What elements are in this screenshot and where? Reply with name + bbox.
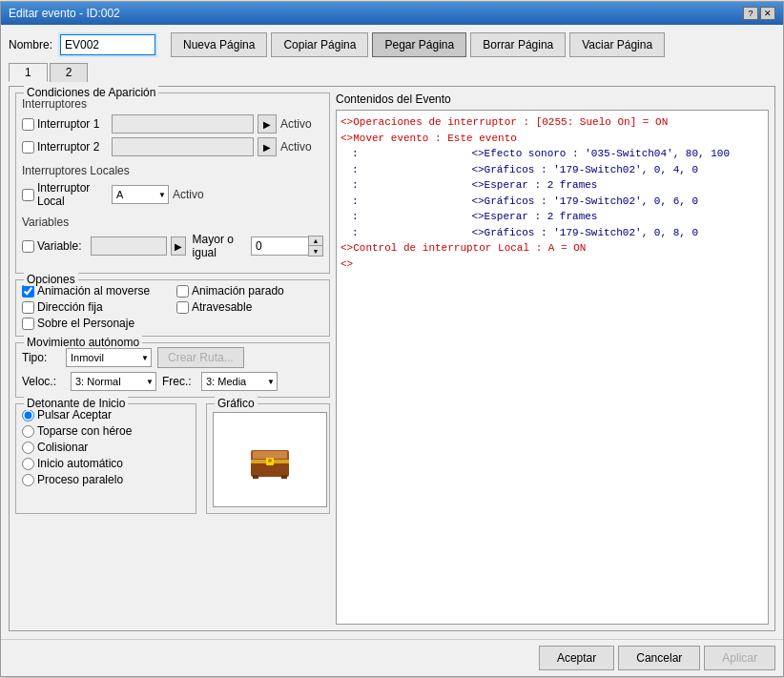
event-line-4: : <>Esperar : 2 frames (340, 177, 764, 194)
atravesable-label[interactable]: Atravesable (176, 300, 323, 314)
tipo-select-wrap: Inmovil Aleatorio Hacia arriba Hacia aba… (66, 348, 152, 367)
detonante-title: Detonante de Inicio (24, 397, 128, 410)
left-panel: Condiciones de Aparición Interruptores I… (15, 92, 330, 625)
variable-arrow[interactable]: ▶ (171, 236, 186, 256)
interruptor1-row: Interruptor 1 ▶ Activo (22, 114, 323, 134)
interruptor1-arrow[interactable]: ▶ (258, 114, 277, 134)
atravesable-checkbox[interactable] (176, 301, 189, 314)
tab-2[interactable]: 2 (50, 63, 89, 82)
aplicar-button[interactable]: Aplicar (704, 646, 775, 670)
interruptor-local-activo: Activo (173, 188, 216, 201)
event-line-5: : <>Gráficos : '179-Switch02', 0, 6, 0 (340, 194, 764, 210)
frec-label: Frec.: (162, 375, 196, 388)
borrar-pagina-button[interactable]: Borrar Página (470, 32, 566, 57)
interruptor-local-checkbox[interactable] (22, 189, 34, 201)
svg-rect-7 (281, 475, 287, 479)
radio-pulsar-aceptar-input[interactable] (22, 409, 34, 421)
interruptor1-activo: Activo (280, 117, 323, 131)
radio-inicio-auto-input[interactable] (22, 458, 34, 470)
opciones-title: Opciones (24, 273, 78, 286)
direccion-fija-label[interactable]: Dirección fija (22, 300, 169, 314)
direccion-fija-checkbox[interactable] (22, 301, 34, 314)
variables-section: Variables Variable: ▶ Mayor o igual (22, 216, 323, 259)
svg-rect-2 (253, 451, 287, 459)
interruptor-local-label[interactable]: Interruptor Local (22, 181, 108, 208)
spinner-btns: ▲ ▼ (308, 236, 323, 257)
interruptor2-label[interactable]: Interruptor 2 (22, 140, 108, 154)
variable-field[interactable] (91, 236, 167, 256)
interruptores-section: Interruptores Interruptor 1 ▶ Activo (22, 97, 323, 156)
tipo-select[interactable]: Inmovil Aleatorio Hacia arriba Hacia aba… (66, 348, 152, 367)
condiciones-title: Condiciones de Aparición (24, 86, 158, 99)
animacion-parado-label[interactable]: Animación parado (176, 284, 323, 298)
nombre-label: Nombre: (9, 38, 52, 51)
svg-point-5 (268, 459, 272, 462)
spinner-down[interactable]: ▼ (309, 246, 322, 256)
mayor-o-igual-label: Mayor o igual (193, 233, 244, 259)
variable-checkbox-label[interactable]: Variable: (22, 239, 87, 253)
variable-spinner: ▲ ▼ (251, 236, 323, 257)
radio-pulsar-aceptar[interactable]: Pulsar Aceptar (22, 408, 190, 421)
bottom-bar: Aceptar Cancelar Aplicar (1, 639, 783, 676)
sobre-personaje-checkbox[interactable] (22, 318, 34, 330)
animacion-parado-checkbox[interactable] (176, 285, 189, 298)
grafico-box[interactable] (213, 412, 327, 507)
tab-1[interactable]: 1 (9, 63, 48, 82)
contenido-label: Contenidos del Evento (336, 92, 769, 106)
interruptor-local-row: Interruptor Local ABCD Activo (22, 181, 323, 208)
aceptar-button[interactable]: Aceptar (539, 646, 614, 670)
nombre-input[interactable] (60, 34, 155, 55)
grafico-section: Gráfico (206, 403, 330, 514)
event-line-7: : <>Gráficos : '179-Switch02', 0, 8, 0 (340, 225, 764, 241)
radio-proceso-paralelo[interactable]: Proceso paralelo (22, 473, 190, 486)
interruptor1-checkbox[interactable] (22, 118, 34, 131)
sobre-personaje-label[interactable]: Sobre el Personaje (22, 317, 169, 330)
animacion-mover-label[interactable]: Animación al moverse (22, 284, 169, 298)
interruptor1-label[interactable]: Interruptor 1 (22, 117, 108, 131)
opciones-grid: Animación al moverse Animación parado Di… (22, 284, 323, 330)
event-line-3: : <>Gráficos : '179-Switch02', 0, 4, 0 (340, 162, 764, 178)
grafico-title: Gráfico (215, 397, 258, 410)
interruptor2-activo: Activo (280, 140, 323, 154)
radio-toparse[interactable]: Toparse con héroe (22, 424, 190, 438)
radio-toparse-input[interactable] (22, 425, 34, 438)
veloc-select[interactable]: 1: Más lento 2: Lento 3: Normal 4: Rápid… (71, 372, 156, 391)
frec-select-wrap: 1: Más baja 2: Baja 3: Media 4: Alta 5: … (201, 372, 278, 391)
radio-inicio-auto[interactable]: Inicio automático (22, 457, 190, 470)
variables-label: Variables (22, 216, 323, 229)
interruptores-locales-label: Interruptores Locales (22, 164, 323, 177)
interruptor2-arrow[interactable]: ▶ (258, 137, 277, 156)
interruptor1-field[interactable] (112, 114, 254, 134)
interruptores-locales-section: Interruptores Locales Interruptor Local … (22, 164, 323, 208)
radio-colisionar[interactable]: Colisionar (22, 441, 190, 454)
help-button[interactable]: ? (743, 7, 758, 20)
title-bar-controls: ? ✕ (743, 7, 775, 20)
veloc-select-wrap: 1: Más lento 2: Lento 3: Normal 4: Rápid… (71, 372, 156, 391)
nueva-pagina-button[interactable]: Nueva Página (171, 32, 267, 57)
vaciar-pagina-button[interactable]: Vaciar Página (569, 32, 665, 57)
close-button[interactable]: ✕ (760, 7, 775, 20)
radio-colisionar-input[interactable] (22, 442, 34, 454)
interruptor2-field[interactable] (112, 137, 254, 156)
event-content-box[interactable]: <>Operaciones de interruptor : [0255: Su… (336, 110, 769, 625)
variables-row: Variable: ▶ Mayor o igual ▲ ▼ (22, 233, 323, 259)
svg-rect-6 (253, 475, 258, 479)
cancelar-button[interactable]: Cancelar (618, 646, 700, 670)
copiar-pagina-button[interactable]: Copiar Página (271, 32, 368, 57)
interruptor2-checkbox[interactable] (22, 141, 34, 154)
interruptor-local-select[interactable]: ABCD (112, 185, 169, 204)
frec-select[interactable]: 1: Más baja 2: Baja 3: Media 4: Alta 5: … (201, 372, 278, 391)
tabs-row: 1 2 (9, 63, 775, 82)
pegar-pagina-button[interactable]: Pegar Página (372, 32, 466, 57)
event-line-8: <>Control de interruptor Local : A = ON (340, 240, 764, 257)
detonante-grafico-row: Detonante de Inicio Pulsar Aceptar Topar… (15, 403, 330, 520)
event-line-2: : <>Efecto sonoro : '035-Switch04', 80, … (340, 146, 764, 162)
variable-value-input[interactable] (251, 236, 308, 256)
animacion-mover-checkbox[interactable] (22, 285, 34, 298)
variable-checkbox[interactable] (22, 240, 34, 253)
window-body: Nombre: Nueva Página Copiar Página Pegar… (1, 25, 783, 639)
toolbar-buttons: Nueva Página Copiar Página Pegar Página … (171, 32, 665, 57)
spinner-up[interactable]: ▲ (309, 236, 322, 246)
radio-proceso-paralelo-input[interactable] (22, 474, 34, 486)
crear-ruta-button[interactable]: Crear Ruta... (157, 347, 244, 368)
